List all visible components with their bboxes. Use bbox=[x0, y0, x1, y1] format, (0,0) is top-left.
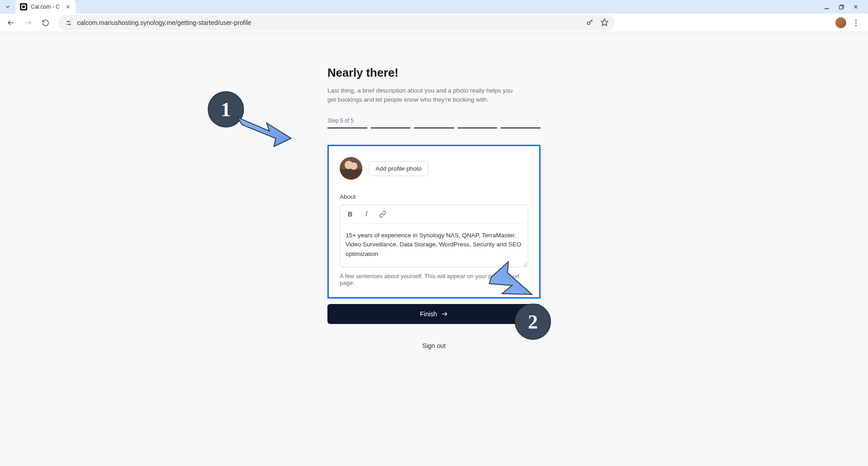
site-settings-icon[interactable] bbox=[64, 19, 73, 27]
window-controls bbox=[824, 4, 866, 10]
about-textarea[interactable]: 15+ years of experience in Synology NAS,… bbox=[340, 224, 528, 267]
resize-handle-icon[interactable] bbox=[523, 262, 527, 266]
page-subtitle: Last thing, a brief description about yo… bbox=[327, 86, 518, 104]
link-icon[interactable] bbox=[378, 210, 387, 219]
onboarding-wizard: Nearly there! Last thing, a brief descri… bbox=[327, 32, 541, 350]
browser-tab[interactable]: Cal.com - C bbox=[15, 0, 76, 14]
bookmark-star-icon[interactable] bbox=[600, 18, 609, 28]
maximize-icon[interactable] bbox=[838, 4, 844, 10]
tab-title: Cal.com - C bbox=[31, 4, 59, 10]
tabs-dropdown-icon[interactable] bbox=[2, 1, 14, 13]
window-titlebar: Cal.com - C bbox=[0, 0, 868, 14]
back-button[interactable] bbox=[4, 15, 18, 30]
reload-button[interactable] bbox=[38, 15, 53, 30]
titlebar-left: Cal.com - C bbox=[2, 0, 76, 14]
finish-button[interactable]: Finish bbox=[327, 304, 541, 324]
progress-seg bbox=[458, 128, 497, 128]
toolbar-right bbox=[835, 17, 864, 28]
svg-point-12 bbox=[587, 22, 590, 25]
addressbar-trail bbox=[586, 18, 609, 28]
svg-marker-15 bbox=[238, 118, 291, 147]
svg-point-11 bbox=[69, 24, 70, 25]
forward-button[interactable] bbox=[21, 15, 35, 30]
progress-seg bbox=[371, 128, 411, 128]
about-helper-text: A few sentences about yourself. This wil… bbox=[340, 273, 528, 286]
step-indicator-label: Step 5 of 5 bbox=[327, 118, 541, 124]
profile-avatar-icon[interactable] bbox=[835, 17, 846, 28]
about-editor: B I 15+ years of experience in Synology … bbox=[340, 205, 528, 267]
password-key-icon[interactable] bbox=[586, 18, 594, 28]
progress-seg bbox=[414, 128, 454, 128]
annotation-circle: 1 bbox=[208, 91, 244, 128]
url-text: calcom.mariushosting.synology.me/getting… bbox=[77, 19, 251, 26]
finish-button-label: Finish bbox=[420, 310, 437, 318]
close-window-icon[interactable] bbox=[853, 4, 859, 10]
tab-close-icon[interactable] bbox=[65, 4, 71, 10]
about-label: About bbox=[340, 193, 528, 200]
photo-row: Add profile photo bbox=[340, 157, 528, 180]
avatar[interactable] bbox=[340, 157, 362, 180]
svg-rect-3 bbox=[839, 5, 842, 9]
arrow-right-icon bbox=[441, 310, 448, 318]
italic-icon[interactable]: I bbox=[362, 210, 371, 219]
annotation-arrow-icon bbox=[238, 115, 297, 151]
sign-out-link[interactable]: Sign out bbox=[327, 342, 541, 349]
browser-menu-icon[interactable] bbox=[852, 19, 860, 27]
page-content: Nearly there! Last thing, a brief descri… bbox=[0, 32, 868, 466]
progress-seg bbox=[327, 128, 367, 128]
bold-icon[interactable]: B bbox=[346, 210, 355, 219]
editor-toolbar: B I bbox=[340, 205, 528, 224]
minimize-icon[interactable] bbox=[824, 4, 830, 10]
tab-favicon bbox=[20, 3, 27, 10]
progress-seg bbox=[501, 128, 541, 128]
profile-form-card: Add profile photo About B I 15+ years of… bbox=[327, 145, 541, 299]
address-bar[interactable]: calcom.mariushosting.synology.me/getting… bbox=[58, 15, 615, 30]
progress-indicator bbox=[327, 128, 541, 128]
svg-point-10 bbox=[67, 21, 68, 22]
page-title: Nearly there! bbox=[327, 66, 541, 80]
annotation-step-1: 1 bbox=[208, 91, 244, 128]
svg-marker-13 bbox=[601, 19, 608, 25]
browser-toolbar: calcom.mariushosting.synology.me/getting… bbox=[0, 14, 868, 32]
add-profile-photo-button[interactable]: Add profile photo bbox=[369, 161, 429, 176]
